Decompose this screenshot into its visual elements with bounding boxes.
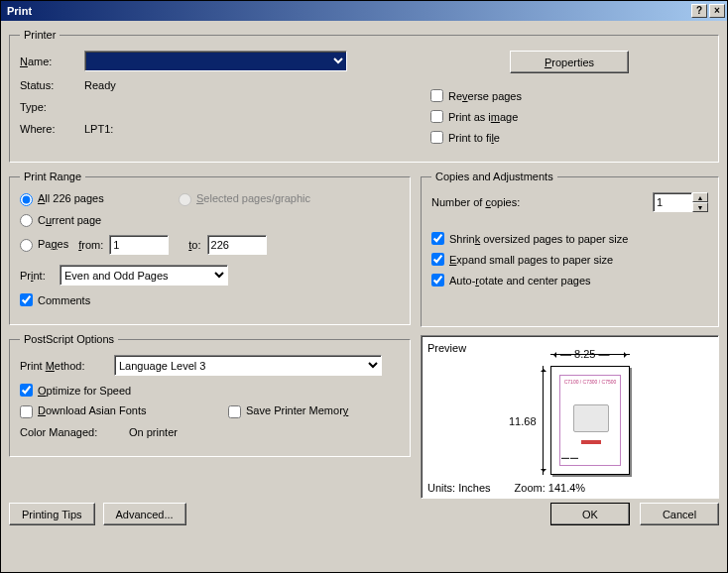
- expand-label: Expand small pages to paper size: [449, 254, 613, 266]
- help-button[interactable]: ?: [691, 4, 707, 18]
- comments-label: Comments: [38, 294, 90, 306]
- expand-checkbox[interactable]: [431, 253, 444, 266]
- pages-label: Pages: [38, 238, 68, 250]
- print-label: Print:: [20, 270, 60, 282]
- ok-button[interactable]: OK: [550, 503, 630, 525]
- print-method-label: Print Method:: [20, 360, 114, 372]
- color-managed-label: Color Managed:: [20, 426, 129, 438]
- print-as-image-label: Print as image: [448, 111, 518, 123]
- current-page-label: Current page: [38, 214, 101, 226]
- postscript-group: PostScript Options Print Method: Languag…: [9, 333, 411, 457]
- copies-down-button[interactable]: ▼: [692, 202, 708, 212]
- download-asian-checkbox[interactable]: [20, 405, 33, 418]
- type-label: Type:: [20, 101, 84, 113]
- cancel-button[interactable]: Cancel: [640, 503, 719, 525]
- preview-zoom: Zoom: 141.4%: [515, 482, 586, 494]
- close-button[interactable]: ×: [709, 4, 725, 18]
- num-copies-label: Number of copies:: [431, 196, 653, 208]
- reverse-pages-label: Reverse pages: [448, 90, 522, 102]
- preview-units: Units: Inches: [427, 482, 491, 494]
- optimize-speed-label: Optimize for Speed: [38, 385, 131, 397]
- print-dialog: Print ? × Printer Name: Status: Ready Ty…: [0, 0, 728, 573]
- preview-page: C7100 / C7300 / C7500 ▬▬ ▬▬: [550, 366, 630, 475]
- printer-name-select[interactable]: [84, 51, 347, 71]
- to-input[interactable]: [207, 235, 267, 255]
- from-label: from:: [78, 239, 103, 251]
- all-pages-radio[interactable]: [20, 193, 33, 206]
- shrink-label: Shrink oversized pages to paper size: [449, 233, 628, 245]
- autorotate-checkbox[interactable]: [431, 274, 444, 286]
- print-odd-even-select[interactable]: Even and Odd Pages: [60, 265, 228, 286]
- print-range-legend: Print Range: [20, 171, 85, 182]
- titlebar: Print ? ×: [1, 1, 727, 21]
- page-header-text: C7100 / C7300 / C7500: [551, 379, 629, 385]
- download-asian-label: Download Asian Fonts: [38, 404, 146, 416]
- print-to-file-label: Print to file: [448, 132, 500, 144]
- autorotate-label: Auto-rotate and center pages: [449, 275, 591, 286]
- optimize-speed-checkbox[interactable]: [20, 384, 33, 397]
- save-memory-checkbox[interactable]: [228, 405, 241, 418]
- num-copies-input[interactable]: [653, 192, 692, 212]
- name-label: Name:: [20, 56, 84, 67]
- shrink-checkbox[interactable]: [431, 232, 444, 245]
- print-as-image-checkbox[interactable]: [430, 110, 443, 123]
- all-pages-label: All 226 pages: [38, 192, 104, 204]
- to-label: to:: [188, 239, 200, 251]
- pages-radio[interactable]: [20, 239, 33, 252]
- preview-label: Preview: [427, 342, 466, 354]
- printer-group: Printer Name: Status: Ready Type: Where:…: [9, 29, 719, 163]
- page-accent: [581, 440, 601, 444]
- printer-legend: Printer: [20, 29, 60, 41]
- copies-up-button[interactable]: ▲: [692, 192, 708, 202]
- selected-radio: [179, 193, 191, 206]
- where-value: LPT1:: [84, 123, 411, 135]
- preview-width: — 8.25 —: [560, 348, 610, 360]
- comments-checkbox[interactable]: [20, 293, 33, 306]
- page-printer-image: [573, 404, 609, 432]
- preview-panel: Preview — 8.25 — 11.68 C7100 / C7300 / C…: [421, 335, 719, 499]
- printing-tips-button[interactable]: Printing Tips: [9, 503, 95, 525]
- selected-label: Selected pages/graphic: [196, 192, 310, 204]
- from-input[interactable]: [109, 235, 169, 255]
- status-label: Status:: [20, 79, 84, 91]
- print-range-group: Print Range All 226 pages Selected pages…: [9, 171, 411, 325]
- current-page-radio[interactable]: [20, 214, 33, 227]
- postscript-legend: PostScript Options: [20, 333, 118, 345]
- advanced-button[interactable]: Advanced...: [103, 503, 186, 525]
- properties-button[interactable]: Properties: [510, 51, 629, 73]
- copies-legend: Copies and Adjustments: [431, 171, 557, 182]
- color-managed-value: On printer: [129, 426, 178, 438]
- copies-group: Copies and Adjustments Number of copies:…: [421, 171, 719, 327]
- save-memory-label: Save Printer Memory: [246, 404, 348, 416]
- reverse-pages-checkbox[interactable]: [430, 89, 443, 102]
- height-arrow: [543, 366, 544, 475]
- window-title: Print: [3, 5, 689, 17]
- print-method-select[interactable]: Language Level 3: [114, 355, 382, 376]
- preview-height: 11.68: [509, 415, 537, 427]
- page-footer-text: ▬▬ ▬▬: [561, 455, 578, 460]
- where-label: Where:: [20, 123, 84, 135]
- status-value: Ready: [84, 79, 411, 91]
- print-to-file-checkbox[interactable]: [430, 131, 443, 144]
